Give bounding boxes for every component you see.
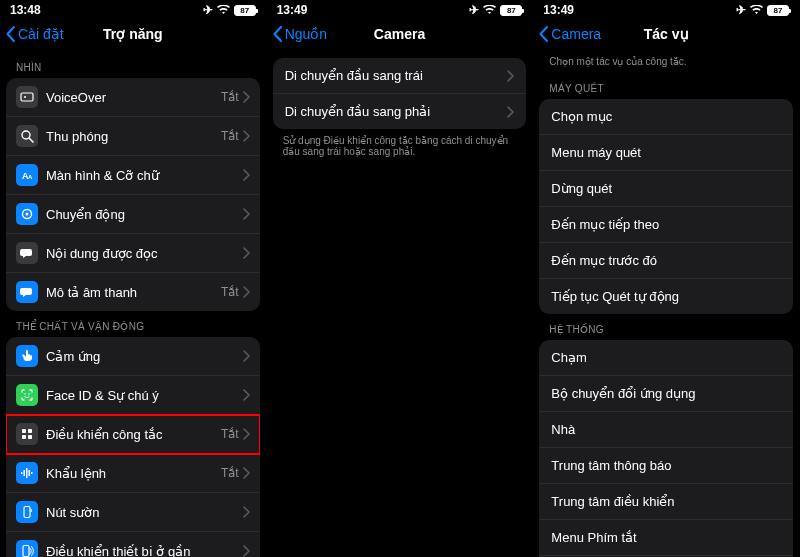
svg-point-7 [26, 213, 29, 216]
settings-row[interactable]: Điều khiển thiết bị ở gần [6, 532, 260, 557]
content: Di chuyển đầu sang tráiDi chuyển đầu san… [267, 52, 533, 557]
svg-line-3 [29, 138, 33, 142]
list-item[interactable]: Menu Phím tắt [539, 520, 793, 556]
list-item[interactable]: Đến mục tiếp theo [539, 207, 793, 243]
nav-bar: Nguồn Camera [267, 20, 533, 52]
row-label: Thu phóng [46, 129, 221, 144]
hint-text: Chọn một tác vụ của công tắc. [539, 52, 793, 73]
svg-rect-18 [31, 472, 33, 474]
list-item[interactable]: Chọn mục [539, 99, 793, 135]
back-label: Cài đặt [18, 26, 64, 42]
chevron-right-icon [243, 428, 250, 440]
airplane-icon: ✈︎ [203, 3, 213, 17]
back-button[interactable]: Camera [539, 26, 601, 42]
section-header: MÁY QUÉT [539, 73, 793, 99]
chevron-left-icon [273, 26, 282, 42]
settings-row[interactable]: Chuyển động [6, 195, 260, 234]
row-label: Di chuyển đầu sang phải [285, 104, 508, 119]
audio-icon [16, 281, 38, 303]
airplane-icon: ✈︎ [469, 3, 479, 17]
settings-row[interactable]: Cảm ứng [6, 337, 260, 376]
settings-group: VoiceOverTắtThu phóngTắtAAMàn hình & Cỡ … [6, 78, 260, 311]
phone-accessibility: 13:48 ✈︎ 87 Cài đặt Trợ năng NHÌNVoiceOv… [0, 0, 267, 557]
list-item[interactable]: Nhà [539, 412, 793, 448]
clock: 13:49 [543, 3, 574, 17]
back-button[interactable]: Nguồn [273, 26, 327, 42]
svg-point-8 [24, 393, 25, 394]
svg-rect-17 [29, 470, 31, 476]
chevron-right-icon [243, 286, 250, 298]
chevron-right-icon [243, 389, 250, 401]
row-label: Mô tả âm thanh [46, 285, 221, 300]
list-item[interactable]: Di chuyển đầu sang trái [273, 58, 527, 94]
svg-rect-10 [22, 429, 26, 433]
row-label: Dừng quét [551, 181, 781, 196]
row-value: Tắt [221, 427, 239, 441]
status-icons: ✈︎ 87 [203, 3, 256, 17]
list-item[interactable]: Dừng quét [539, 171, 793, 207]
svg-point-1 [24, 96, 26, 98]
settings-row[interactable]: AAMàn hình & Cỡ chữ [6, 156, 260, 195]
settings-group: Chọn mụcMenu máy quétDừng quétĐến mục ti… [539, 99, 793, 314]
settings-row[interactable]: Khẩu lệnhTắt [6, 454, 260, 493]
list-item[interactable]: Tiếp tục Quét tự động [539, 279, 793, 314]
settings-group: Di chuyển đầu sang tráiDi chuyển đầu san… [273, 58, 527, 129]
chevron-right-icon [243, 545, 250, 557]
row-label: Nhà [551, 422, 781, 437]
row-label: Face ID & Sự chú ý [46, 388, 243, 403]
chevron-right-icon [507, 70, 514, 82]
footer-hint: Sử dụng Điều khiển công tắc bằng cách di… [273, 129, 527, 163]
row-value: Tắt [221, 129, 239, 143]
row-label: Khẩu lệnh [46, 466, 221, 481]
row-value: Tắt [221, 466, 239, 480]
list-item[interactable]: Bộ chuyển đổi ứng dụng [539, 376, 793, 412]
back-label: Nguồn [285, 26, 327, 42]
switch-icon [16, 423, 38, 445]
svg-rect-12 [22, 435, 26, 439]
settings-row[interactable]: VoiceOverTắt [6, 78, 260, 117]
status-bar: 13:49 ✈︎ 87 [267, 0, 533, 20]
nearby-icon [16, 540, 38, 557]
list-item[interactable]: Trung tâm điều khiển [539, 484, 793, 520]
voiceover-icon [16, 86, 38, 108]
row-label: Tiếp tục Quét tự động [551, 289, 781, 304]
list-item[interactable]: Trung tâm thông báo [539, 448, 793, 484]
side-icon [16, 501, 38, 523]
svg-rect-11 [28, 429, 32, 433]
nav-bar: Cài đặt Trợ năng [0, 20, 266, 52]
row-value: Tắt [221, 285, 239, 299]
list-item[interactable]: Chạm [539, 340, 793, 376]
chevron-right-icon [243, 208, 250, 220]
clock: 13:48 [10, 3, 41, 17]
settings-row[interactable]: Mô tả âm thanhTắt [6, 273, 260, 311]
motion-icon [16, 203, 38, 225]
chevron-right-icon [507, 106, 514, 118]
back-button[interactable]: Cài đặt [6, 26, 64, 42]
svg-rect-14 [21, 472, 23, 474]
row-value: Tắt [221, 90, 239, 104]
status-icons: ✈︎ 87 [736, 3, 789, 17]
list-item[interactable]: Di chuyển đầu sang phải [273, 94, 527, 129]
svg-point-9 [28, 393, 29, 394]
settings-row[interactable]: Face ID & Sự chú ý [6, 376, 260, 415]
chevron-right-icon [243, 91, 250, 103]
svg-rect-21 [23, 546, 29, 557]
phone-camera: 13:49 ✈︎ 87 Nguồn Camera Di chuyển đầu s… [267, 0, 534, 557]
row-label: Đến mục trước đó [551, 253, 781, 268]
chevron-left-icon [539, 26, 548, 42]
list-item[interactable]: Menu máy quét [539, 135, 793, 171]
row-label: Bộ chuyển đổi ứng dụng [551, 386, 781, 401]
svg-rect-15 [24, 470, 26, 476]
row-label: Trung tâm điều khiển [551, 494, 781, 509]
chevron-right-icon [243, 169, 250, 181]
row-label: Đến mục tiếp theo [551, 217, 781, 232]
settings-row[interactable]: Điều khiển công tắcTắt [6, 415, 260, 454]
row-label: Di chuyển đầu sang trái [285, 68, 508, 83]
settings-row[interactable]: Nút sườn [6, 493, 260, 532]
list-item[interactable]: Đến mục trước đó [539, 243, 793, 279]
svg-rect-0 [21, 93, 33, 101]
settings-row[interactable]: Thu phóngTắt [6, 117, 260, 156]
settings-row[interactable]: Nội dung được đọc [6, 234, 260, 273]
row-label: Nội dung được đọc [46, 246, 243, 261]
battery-icon: 87 [234, 5, 256, 16]
